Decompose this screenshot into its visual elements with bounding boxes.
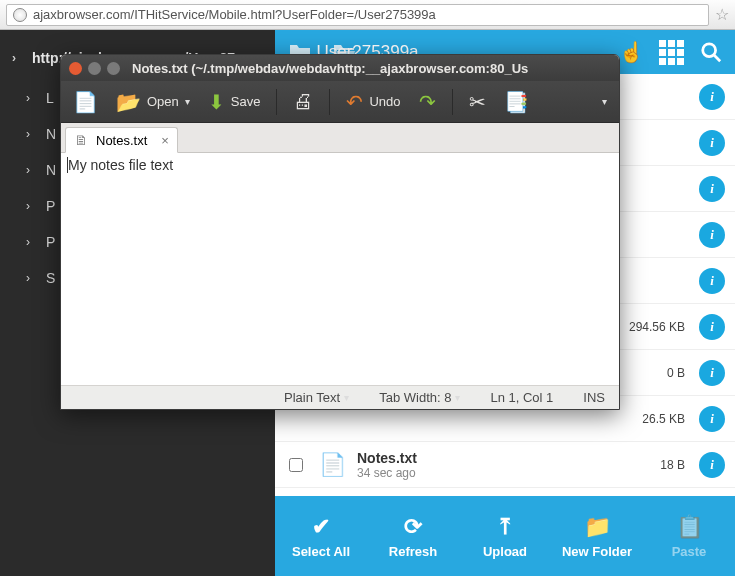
tab-close-icon[interactable]: × bbox=[161, 133, 169, 148]
editor-status-bar: Plain Text▾ Tab Width: 8▾ Ln 1, Col 1 IN… bbox=[61, 385, 619, 409]
text-editor-window: Notes.txt (~/.tmp/webdav/webdavhttp:__aj… bbox=[60, 54, 620, 410]
refresh-icon: ⟳ bbox=[404, 514, 422, 540]
globe-icon bbox=[13, 8, 27, 22]
info-icon[interactable]: i bbox=[699, 176, 725, 202]
upload-icon: ⤒ bbox=[496, 514, 514, 540]
chevron-right-icon: › bbox=[26, 163, 38, 177]
search-button[interactable] bbox=[691, 30, 731, 74]
bookmark-star-icon[interactable]: ☆ bbox=[715, 5, 729, 24]
bottom-action-bar: ✔ Select All ⟳ Refresh ⤒ Upload 📁 New Fo… bbox=[275, 496, 735, 576]
chevron-right-icon: › bbox=[12, 51, 24, 65]
check-icon: ✔ bbox=[312, 514, 330, 540]
svg-point-0 bbox=[703, 44, 716, 57]
browser-address-bar: ajaxbrowser.com/ITHitService/Mobile.html… bbox=[0, 0, 735, 30]
file-checkbox[interactable] bbox=[289, 458, 303, 472]
new-folder-icon: 📁 bbox=[584, 514, 611, 540]
info-icon[interactable]: i bbox=[699, 222, 725, 248]
save-button[interactable]: ⬇Save bbox=[204, 88, 265, 116]
info-icon[interactable]: i bbox=[699, 130, 725, 156]
info-icon[interactable]: i bbox=[699, 268, 725, 294]
new-file-icon: 📄 bbox=[73, 90, 98, 114]
paste-button[interactable]: 📋 Paste bbox=[643, 496, 735, 576]
tab-width-selector[interactable]: Tab Width: 8▾ bbox=[379, 390, 460, 405]
url-field[interactable]: ajaxbrowser.com/ITHitService/Mobile.html… bbox=[6, 4, 709, 26]
undo-button[interactable]: ↶Undo bbox=[342, 88, 404, 116]
copy-button[interactable]: 📑 bbox=[500, 88, 533, 116]
editor-tabs: 🗎 Notes.txt × bbox=[61, 123, 619, 153]
file-size: 18 B bbox=[605, 458, 685, 472]
svg-line-1 bbox=[714, 55, 720, 61]
chevron-down-icon: ▾ bbox=[344, 392, 349, 403]
chevron-right-icon: › bbox=[26, 91, 38, 105]
chevron-right-icon: › bbox=[26, 235, 38, 249]
editor-text-area[interactable]: My notes file text bbox=[61, 153, 619, 385]
print-icon: 🖨 bbox=[293, 90, 313, 113]
document-icon: 🗎 bbox=[74, 132, 88, 148]
chevron-down-icon: ▾ bbox=[455, 392, 460, 403]
window-title: Notes.txt (~/.tmp/webdav/webdavhttp:__aj… bbox=[132, 61, 528, 76]
editor-content: My notes file text bbox=[68, 157, 173, 173]
print-button[interactable]: 🖨 bbox=[289, 88, 317, 115]
save-icon: ⬇ bbox=[208, 90, 225, 114]
undo-icon: ↶ bbox=[346, 90, 363, 114]
chevron-right-icon: › bbox=[26, 127, 38, 141]
cut-icon: ✂ bbox=[469, 90, 486, 114]
grid-icon bbox=[659, 40, 684, 65]
file-name: Notes.txt bbox=[357, 450, 605, 466]
tab-label: Notes.txt bbox=[96, 133, 147, 148]
file-time: 34 sec ago bbox=[357, 466, 605, 480]
window-minimize-button[interactable] bbox=[88, 62, 101, 75]
paste-icon: 📋 bbox=[676, 514, 703, 540]
select-all-button[interactable]: ✔ Select All bbox=[275, 496, 367, 576]
text-file-icon: 📄 bbox=[317, 450, 347, 480]
pointer-icon bbox=[619, 40, 644, 64]
info-icon[interactable]: i bbox=[699, 452, 725, 478]
redo-icon: ↷ bbox=[419, 90, 436, 114]
info-icon[interactable]: i bbox=[699, 360, 725, 386]
editor-tab[interactable]: 🗎 Notes.txt × bbox=[65, 127, 178, 153]
url-text: ajaxbrowser.com/ITHitService/Mobile.html… bbox=[33, 7, 436, 22]
upload-button[interactable]: ⤒ Upload bbox=[459, 496, 551, 576]
info-icon[interactable]: i bbox=[699, 406, 725, 432]
chevron-down-icon: ▾ bbox=[185, 96, 190, 107]
editor-toolbar: 📄 📂Open▾ ⬇Save 🖨 ↶Undo ↷ ✂ 📑 ▾ bbox=[61, 81, 619, 123]
new-folder-button[interactable]: 📁 New Folder bbox=[551, 496, 643, 576]
insert-mode[interactable]: INS bbox=[583, 390, 605, 405]
copy-icon: 📑 bbox=[504, 90, 529, 114]
window-title-bar[interactable]: Notes.txt (~/.tmp/webdav/webdavhttp:__aj… bbox=[61, 55, 619, 81]
chevron-right-icon: › bbox=[26, 199, 38, 213]
info-icon[interactable]: i bbox=[699, 314, 725, 340]
file-row[interactable]: 🖼️ Presentation.key 33 sec ago 1.31 MB i bbox=[275, 488, 735, 496]
refresh-button[interactable]: ⟳ Refresh bbox=[367, 496, 459, 576]
window-close-button[interactable] bbox=[69, 62, 82, 75]
language-selector[interactable]: Plain Text▾ bbox=[284, 390, 349, 405]
toolbar-overflow[interactable]: ▾ bbox=[602, 96, 611, 107]
open-button[interactable]: 📂Open▾ bbox=[112, 88, 194, 116]
cut-button[interactable]: ✂ bbox=[465, 88, 490, 116]
info-icon[interactable]: i bbox=[699, 84, 725, 110]
cursor-position: Ln 1, Col 1 bbox=[490, 390, 553, 405]
new-file-button[interactable]: 📄 bbox=[69, 88, 102, 116]
window-maximize-button[interactable] bbox=[107, 62, 120, 75]
search-icon bbox=[700, 41, 722, 63]
file-row[interactable]: 📄 Notes.txt 34 sec ago 18 B i bbox=[275, 442, 735, 488]
chevron-right-icon: › bbox=[26, 271, 38, 285]
open-folder-icon: 📂 bbox=[116, 90, 141, 114]
grid-view-button[interactable] bbox=[651, 30, 691, 74]
redo-button[interactable]: ↷ bbox=[415, 88, 440, 116]
